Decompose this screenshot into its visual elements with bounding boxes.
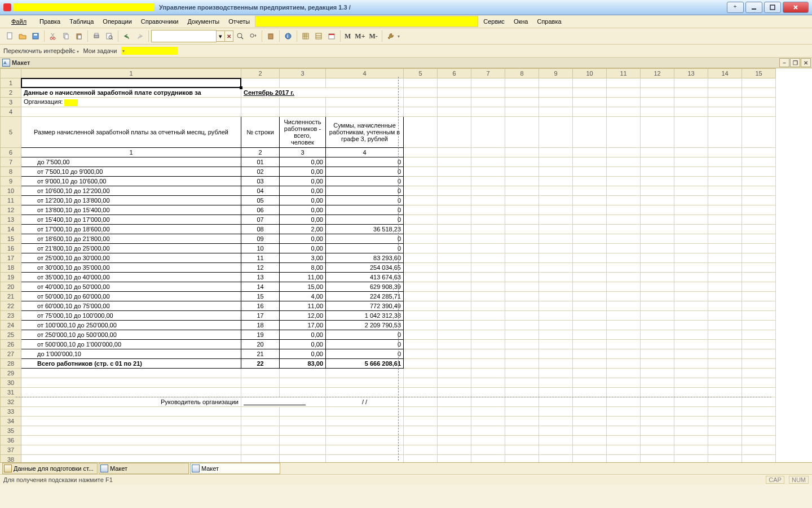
cell[interactable] <box>708 148 742 157</box>
cell[interactable] <box>708 455 742 463</box>
cell[interactable] <box>280 407 326 417</box>
cell[interactable] <box>607 340 641 349</box>
cell[interactable] <box>742 148 776 157</box>
cell[interactable]: № строки <box>241 117 280 148</box>
cell[interactable] <box>742 167 776 177</box>
cell[interactable]: от 50'000,10 до 60'000,00 <box>21 292 241 301</box>
cell[interactable] <box>708 196 742 205</box>
cell[interactable] <box>708 273 742 282</box>
cell[interactable] <box>505 177 539 186</box>
cell[interactable] <box>674 98 708 107</box>
cell[interactable] <box>539 417 573 426</box>
cell[interactable]: 0 <box>326 186 404 196</box>
copy-icon[interactable] <box>60 30 72 42</box>
cell[interactable] <box>471 196 505 205</box>
cell[interactable] <box>641 107 674 117</box>
cell[interactable] <box>471 244 505 253</box>
cell[interactable] <box>674 167 708 177</box>
cell[interactable] <box>674 148 708 157</box>
cell[interactable] <box>641 177 674 186</box>
cell[interactable] <box>539 445 573 455</box>
cell[interactable] <box>404 177 438 186</box>
cell[interactable] <box>539 311 573 321</box>
cell[interactable] <box>241 407 280 417</box>
cell[interactable] <box>505 196 539 205</box>
cell[interactable] <box>573 107 607 117</box>
cell[interactable] <box>404 445 438 455</box>
open-icon[interactable] <box>16 30 29 42</box>
cell[interactable] <box>641 186 674 196</box>
cell[interactable] <box>505 148 539 157</box>
cell[interactable] <box>742 301 776 311</box>
cell[interactable] <box>573 311 607 321</box>
cell[interactable] <box>505 369 539 378</box>
cell[interactable] <box>674 321 708 330</box>
cell[interactable] <box>573 359 607 369</box>
cell[interactable]: от 35'000,10 до 40'000,00 <box>21 273 241 282</box>
cell[interactable]: 2,00 <box>280 225 326 234</box>
cell[interactable] <box>471 157 505 167</box>
cell[interactable]: 18 <box>241 321 280 330</box>
cell[interactable] <box>438 148 471 157</box>
cell[interactable] <box>505 292 539 301</box>
cell[interactable] <box>742 253 776 263</box>
col-header[interactable]: 14 <box>708 69 742 78</box>
cell[interactable]: 03 <box>241 177 280 186</box>
cell[interactable] <box>674 117 708 148</box>
cell[interactable]: Данные о начисленной заработной плате со… <box>21 88 241 98</box>
cell[interactable] <box>607 397 641 407</box>
cell[interactable] <box>438 359 471 369</box>
cell[interactable] <box>471 167 505 177</box>
cell[interactable] <box>241 397 326 407</box>
cell[interactable] <box>505 407 539 417</box>
wrench-icon[interactable] <box>385 30 397 42</box>
cell[interactable]: 0 <box>326 205 404 215</box>
cell[interactable] <box>471 263 505 273</box>
cell[interactable] <box>607 157 641 167</box>
cell[interactable] <box>404 311 438 321</box>
cell[interactable] <box>641 244 674 253</box>
cut-icon[interactable] <box>47 30 59 42</box>
cell[interactable] <box>505 234 539 244</box>
cell[interactable] <box>742 369 776 378</box>
cell[interactable] <box>573 177 607 186</box>
cell[interactable]: 02 <box>241 167 280 177</box>
menu-reference[interactable]: Справочники <box>137 17 183 26</box>
clipboard-icon[interactable] <box>264 30 277 42</box>
cell[interactable] <box>708 417 742 426</box>
cell[interactable] <box>708 167 742 177</box>
cell[interactable] <box>471 78 505 88</box>
cell[interactable]: 413 674,63 <box>326 273 404 282</box>
cell[interactable] <box>607 445 641 455</box>
cell[interactable] <box>438 107 471 117</box>
cell[interactable] <box>539 205 573 215</box>
cell[interactable] <box>471 282 505 292</box>
switch-interface-link[interactable]: Переключить интерфейс <box>3 47 79 54</box>
cell[interactable]: 83 293,60 <box>326 253 404 263</box>
cell[interactable]: 06 <box>241 205 280 215</box>
cell[interactable] <box>404 407 438 417</box>
cell[interactable] <box>539 378 573 388</box>
cell[interactable] <box>641 407 674 417</box>
cell[interactable] <box>742 117 776 148</box>
cell[interactable] <box>539 397 573 407</box>
cell[interactable] <box>326 445 404 455</box>
cell[interactable] <box>241 388 280 397</box>
col-header[interactable]: 13 <box>674 69 708 78</box>
cell[interactable] <box>505 311 539 321</box>
cell[interactable] <box>505 167 539 177</box>
cell[interactable] <box>438 167 471 177</box>
cell[interactable] <box>641 282 674 292</box>
cell[interactable] <box>742 378 776 388</box>
row-header[interactable]: 2 <box>1 88 21 98</box>
cell[interactable] <box>280 378 326 388</box>
cell[interactable]: от 7'500,10 до 9'000,00 <box>21 167 241 177</box>
cell[interactable] <box>607 455 641 463</box>
cell[interactable] <box>471 378 505 388</box>
cell[interactable]: от 18'600,10 до 21'800,00 <box>21 234 241 244</box>
cell[interactable] <box>471 455 505 463</box>
cell[interactable]: 0,00 <box>280 234 326 244</box>
cell[interactable] <box>674 436 708 445</box>
cell[interactable] <box>438 282 471 292</box>
cell[interactable]: 629 908,39 <box>326 282 404 292</box>
